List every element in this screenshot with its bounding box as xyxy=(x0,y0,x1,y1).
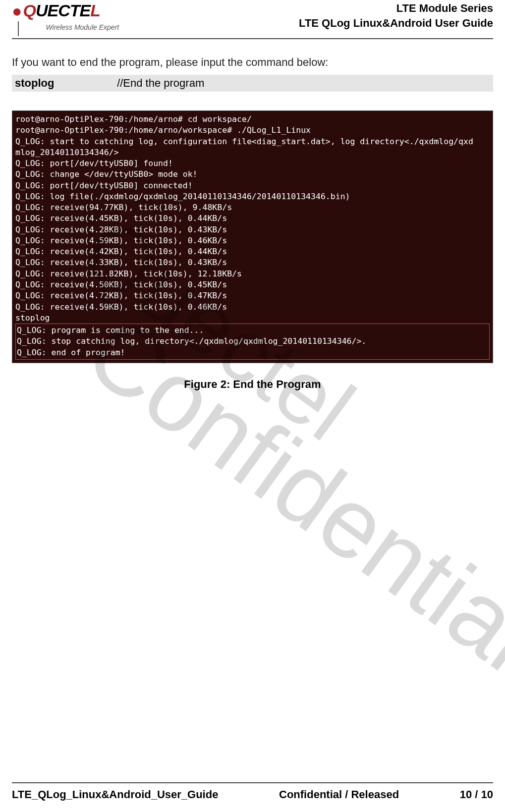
footer-doc-name: LTE_QLog_Linux&Android_User_Guide xyxy=(12,788,218,801)
doc-title-line1: LTE Module Series xyxy=(299,1,493,16)
terminal-line: Q_LOG: stop catching log, directory<./qx… xyxy=(17,336,488,347)
brand-sub-row: Wireless Module Expert xyxy=(12,20,119,35)
page-header: ● QUECTEL Wireless Module Expert LTE Mod… xyxy=(12,0,493,35)
intro-text: If you want to end the program, please i… xyxy=(12,56,493,69)
brand-tagline: Wireless Module Expert xyxy=(46,23,119,31)
brand-logo-main: ● QUECTEL xyxy=(12,1,119,20)
header-rule xyxy=(12,38,493,39)
terminal-line: Q_LOG: receive(4.50KB), tick(10s), 0.45K… xyxy=(15,279,490,290)
terminal-line: Q_LOG: receive(4.59KB), tick(10s), 0.46K… xyxy=(15,302,490,313)
terminal-window: root@arno-OptiPlex-790:/home/arno# cd wo… xyxy=(12,110,493,363)
terminal-line: Q_LOG: change </dev/ttyUSB0> mode ok! xyxy=(15,169,490,180)
terminal-line: Q_LOG: receive(4.33KB), tick(10s), 0.43K… xyxy=(15,257,490,268)
terminal-line: Q_LOG: start to catching log, configurat… xyxy=(15,136,490,147)
terminal-line: Q_LOG: port[/dev/ttyUSB0] found! xyxy=(15,158,490,169)
command-comment: //End the program xyxy=(117,77,204,89)
brand-name: QUECTEL xyxy=(23,1,100,20)
terminal-line: Q_LOG: log file(./qxdmlog/qxdmlog_201401… xyxy=(15,191,490,202)
terminal-line: Q_LOG: port[/dev/ttyUSB0] connected! xyxy=(15,180,490,191)
footer-row: LTE_QLog_Linux&Android_User_Guide Confid… xyxy=(12,788,493,801)
footer-rule xyxy=(12,782,493,783)
terminal-line: Q_LOG: receive(4.42KB), tick(10s), 0.44K… xyxy=(15,246,490,257)
command-name: stoplog xyxy=(15,77,114,90)
page: ● QUECTEL Wireless Module Expert LTE Mod… xyxy=(0,0,505,812)
brand-logo: ● QUECTEL Wireless Module Expert xyxy=(12,1,119,35)
terminal-line: mlog_20140110134346/> xyxy=(15,147,490,158)
terminal-line: Q_LOG: receive(4.59KB), tick(10s), 0.46K… xyxy=(15,235,490,246)
terminal-line: root@arno-OptiPlex-790:/home/arno# cd wo… xyxy=(15,114,490,125)
terminal-line: Q_LOG: end of program! xyxy=(17,347,488,358)
terminal-figure: root@arno-OptiPlex-790:/home/arno# cd wo… xyxy=(12,110,493,363)
terminal-line: root@arno-OptiPlex-790:/home/arno/worksp… xyxy=(15,125,490,136)
terminal-line: stoplog xyxy=(15,313,490,324)
terminal-line: Q_LOG: program is coming to the end... xyxy=(17,325,488,336)
terminal-highlight-box: Q_LOG: program is coming to the end... Q… xyxy=(15,324,490,360)
terminal-line: Q_LOG: receive(4.72KB), tick(10s), 0.47K… xyxy=(15,290,490,301)
doc-title-line2: LTE QLog Linux&Android User Guide xyxy=(299,16,493,31)
brand-separator-icon xyxy=(18,21,19,36)
terminal-line: Q_LOG: receive(4.28KB), tick(10s), 0.43K… xyxy=(15,224,490,235)
figure-caption: Figure 2: End the Program xyxy=(12,378,493,391)
terminal-line: Q_LOG: receive(121.82KB), tick(10s), 12.… xyxy=(15,269,490,279)
doc-title-block: LTE Module Series LTE QLog Linux&Android… xyxy=(299,1,493,30)
terminal-line: Q_LOG: receive(4.45KB), tick(10s), 0.44K… xyxy=(15,213,490,224)
terminal-line: Q_LOG: receive(94.77KB), tick(10s), 9.48… xyxy=(15,202,490,213)
footer-page-number: 10 / 10 xyxy=(460,788,493,801)
command-row: stoplog //End the program xyxy=(12,75,493,92)
footer-status: Confidential / Released xyxy=(279,788,399,801)
page-footer: LTE_QLog_Linux&Android_User_Guide Confid… xyxy=(12,782,493,801)
